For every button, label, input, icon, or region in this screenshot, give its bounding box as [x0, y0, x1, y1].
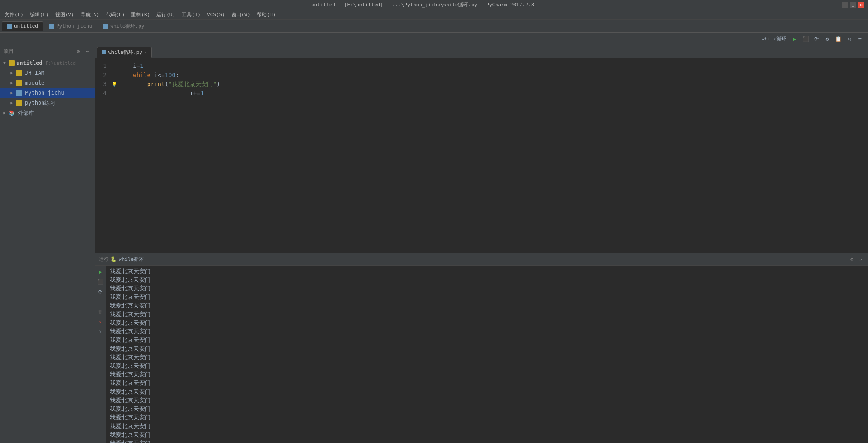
- output-line: 我爱北京天安门: [110, 301, 864, 310]
- output-line: 我爱北京天安门: [110, 422, 864, 430]
- output-line: 我爱北京天安门: [110, 275, 864, 284]
- tree-item-jh-iam[interactable]: ▶ JH-IAM: [0, 68, 95, 78]
- menu-bar: 文件(F)编辑(E)视图(V)导航(N)代码(O)重构(R)运行(U)工具(T)…: [0, 10, 868, 20]
- menu-item[interactable]: 工具(T): [179, 10, 203, 19]
- code-token-while: while: [133, 71, 150, 80]
- run-side-play-btn[interactable]: ▶: [96, 268, 105, 276]
- run-side-clear-btn[interactable]: 🗑: [96, 308, 105, 316]
- menu-item[interactable]: 导航(N): [78, 10, 102, 19]
- menu-item[interactable]: 重构(R): [128, 10, 153, 19]
- project-tree: ▼ untitled F:\untitled ▶ JH-IAM ▶ module…: [0, 58, 95, 118]
- output-line: 我爱北京天安门: [110, 267, 864, 275]
- line-num-3: 3: [95, 80, 109, 89]
- output-line: 我爱北京天安门: [110, 387, 864, 396]
- tree-label-python-practice: python练习: [25, 99, 55, 107]
- code-token: 1: [200, 89, 204, 98]
- code-token: 1: [140, 62, 144, 71]
- output-line: 我爱北京天安门: [110, 404, 864, 413]
- run-config-label: while循环: [760, 35, 788, 42]
- output-line: 我爱北京天安门: [110, 318, 864, 327]
- code-token: +=: [193, 89, 200, 98]
- run-button[interactable]: ▶: [790, 34, 799, 43]
- run-panel-body: ▶ ⬛ ⟳ ≡ 🗑 ✕ ? 我爱北京天安门我爱北京天安门我爱北京天安门我爱北京天…: [95, 266, 868, 443]
- menu-item[interactable]: 文件(F): [2, 10, 26, 19]
- output-line: 我爱北京天安门: [110, 396, 864, 404]
- code-token: :: [175, 71, 179, 80]
- run-side-stop-btn[interactable]: ⬛: [96, 278, 105, 286]
- tree-label-python-jichu: Python_jichu: [25, 90, 64, 96]
- output-line: 我爱北京天安门: [110, 430, 864, 439]
- run-panel: 运行 🐍 while循环 ⚙ ↗ ▶ ⬛ ⟳ ≡ 🗑 ✕: [95, 253, 868, 443]
- run-panel-controls: ⚙ ↗: [848, 256, 864, 263]
- tree-label-untitled: untitled: [16, 60, 43, 66]
- tree-item-module[interactable]: ▶ module: [0, 78, 95, 88]
- tree-arrow-untitled: ▼: [2, 61, 7, 65]
- project-tabs: untitledPython_jichuwhile循环.py: [0, 20, 868, 33]
- output-line: 我爱北京天安门: [110, 327, 864, 336]
- menu-item[interactable]: 运行(U): [154, 10, 178, 19]
- stop-button[interactable]: ⬛: [801, 34, 810, 43]
- run-side-close-btn[interactable]: ✕: [96, 318, 105, 326]
- code-editor[interactable]: 1 2 3 4 i=1 while i<=100: print("我爱北京天安门…: [95, 58, 868, 253]
- rerun-button[interactable]: ⟳: [812, 34, 821, 43]
- tree-item-python-jichu[interactable]: ▶ Python_jichu: [0, 88, 95, 98]
- project-tab[interactable]: while循环.py: [98, 21, 149, 31]
- run-panel-title: 运行 🐍 while循环: [99, 256, 144, 263]
- run-side-step-btn[interactable]: ≡: [96, 298, 105, 306]
- folder-icon-jh-iam: [16, 70, 22, 76]
- project-tab-icon: [103, 24, 108, 29]
- code-token-string: "我爱北京天安门": [169, 80, 217, 89]
- close-button[interactable]: ✕: [858, 2, 864, 8]
- run-side-toolbar: ▶ ⬛ ⟳ ≡ 🗑 ✕ ?: [95, 266, 106, 443]
- settings-button[interactable]: ⚙: [823, 34, 832, 43]
- tree-label-module: module: [25, 80, 44, 86]
- editor-tab-close[interactable]: ✕: [144, 50, 147, 55]
- tree-path-untitled: F:\untitled: [46, 61, 76, 66]
- code-token: <=: [158, 71, 165, 80]
- project-sidebar: 项目 ⚙ ↔ ▼ untitled F:\untitled ▶ JH-IAM: [0, 45, 95, 443]
- code-lines[interactable]: i=1 while i<=100: print("我爱北京天安门") 💡: [113, 58, 868, 253]
- menu-item[interactable]: 视图(V): [53, 10, 77, 19]
- sidebar-expand-icon[interactable]: ↔: [84, 48, 91, 55]
- project-tab[interactable]: Python_jichu: [44, 21, 97, 31]
- maximize-button[interactable]: □: [850, 2, 856, 8]
- run-toolbar: while循环 ▶ ⬛ ⟳ ⚙ 📋 ⎙ ≡: [0, 33, 868, 45]
- run-side-rerun-btn[interactable]: ⟳: [96, 288, 105, 296]
- project-tab-label: untitled: [14, 23, 38, 29]
- menu-item[interactable]: 代码(O): [103, 10, 128, 19]
- minimize-button[interactable]: ─: [842, 2, 848, 8]
- more-button[interactable]: ≡: [855, 34, 864, 43]
- editor-tab-while-loop[interactable]: while循环.py ✕: [97, 47, 152, 58]
- panel-expand-icon[interactable]: ↗: [857, 256, 864, 263]
- profiler-button[interactable]: ⎙: [844, 34, 854, 43]
- sidebar-settings-icon[interactable]: ⚙: [75, 48, 82, 55]
- tree-item-untitled[interactable]: ▼ untitled F:\untitled: [0, 58, 95, 68]
- menu-item[interactable]: 窗口(W): [229, 10, 253, 19]
- menu-item[interactable]: VCS(S): [204, 11, 228, 19]
- code-token: i: [150, 71, 158, 80]
- title-bar: untitled - [F:\untitled] - ...\Python_ji…: [0, 0, 868, 10]
- menu-item[interactable]: 帮助(H): [254, 10, 279, 19]
- coverage-button[interactable]: 📋: [834, 34, 843, 43]
- project-tab-icon: [49, 24, 54, 29]
- output-line: 我爱北京天安门: [110, 310, 864, 318]
- code-token: i: [161, 89, 193, 98]
- editor-tabs: while循环.py ✕: [95, 45, 868, 58]
- folder-icon-module: [16, 80, 22, 86]
- tree-item-python-practice[interactable]: ▶ python练习: [0, 98, 95, 108]
- editor-tab-label: while循环.py: [108, 49, 142, 56]
- tree-label-jh-iam: JH-IAM: [25, 70, 44, 76]
- panel-settings-icon[interactable]: ⚙: [848, 256, 855, 263]
- menu-item[interactable]: 编辑(E): [27, 10, 52, 19]
- output-line: 我爱北京天安门: [110, 361, 864, 370]
- output-line: 我爱北京天安门: [110, 336, 864, 344]
- project-tab[interactable]: untitled: [2, 21, 43, 31]
- editor-area: while循环.py ✕ 1 2 3 4 i=1 while i<=100:: [95, 45, 868, 443]
- tree-arrow-python-practice: ▶: [9, 101, 14, 105]
- tree-label-external-libs: 外部库: [18, 109, 34, 117]
- tree-item-external-libs[interactable]: ▶ 📚 外部库: [0, 108, 95, 118]
- code-line-1: i=1: [119, 62, 868, 71]
- output-area[interactable]: 我爱北京天安门我爱北京天安门我爱北京天安门我爱北京天安门我爱北京天安门我爱北京天…: [106, 266, 868, 443]
- folder-icon-python-practice: [16, 100, 22, 106]
- run-side-help-btn[interactable]: ?: [96, 327, 105, 336]
